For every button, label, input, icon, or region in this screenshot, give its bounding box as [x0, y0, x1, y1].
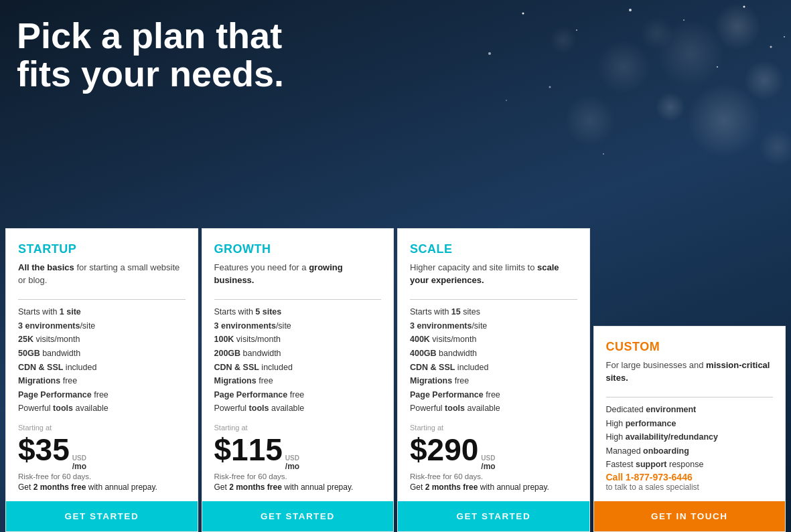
scale-starting-at: Starting at	[410, 424, 443, 432]
scale-feat-5: CDN & SSL included	[410, 361, 577, 375]
scale-feat-1: Starts with 15 sites	[410, 305, 577, 319]
growth-price-amount: $115	[214, 434, 283, 465]
scale-plan-card: SCALE Higher capacity and site limits to…	[397, 228, 590, 532]
custom-feat-2: High performance	[606, 417, 774, 431]
svg-point-7	[759, 128, 791, 166]
scale-tagline: Higher capacity and site limits to scale…	[410, 262, 577, 287]
scale-feat-7: Page Performance free	[410, 388, 577, 402]
scale-feat-8: Powerful tools available	[410, 402, 577, 416]
startup-feat-7: Page Performance free	[18, 388, 186, 402]
custom-call-sub: to talk to a sales specialist	[606, 482, 774, 492]
scale-feat-3: 400K visits/month	[410, 333, 577, 347]
startup-features: Starts with 1 site 3 environments/site 2…	[18, 305, 186, 416]
plans-container: STARTUP All the basics for starting a sm…	[5, 188, 786, 532]
startup-plan-card: STARTUP All the basics for starting a sm…	[5, 228, 198, 532]
growth-feat-8: Powerful tools available	[214, 402, 382, 416]
growth-annual: Get 2 months free with annual prepay.	[214, 482, 382, 492]
startup-feat-5: CDN & SSL included	[18, 361, 186, 375]
svg-point-6	[550, 27, 577, 54]
scale-currency: USD	[481, 455, 495, 462]
growth-per-mo: /mo	[285, 462, 299, 471]
custom-divider	[606, 397, 774, 397]
startup-price-amount: $35	[18, 434, 70, 465]
custom-call-section: Call 1-877-973-6446 to talk to a sales s…	[606, 472, 774, 492]
startup-feat-8: Powerful tools available	[18, 402, 186, 416]
scale-feat-6: Migrations free	[410, 374, 577, 388]
custom-call-number: Call 1-877-973-6446	[606, 472, 774, 482]
svg-point-11	[576, 29, 577, 31]
growth-tagline: Features you need for a growing business…	[214, 262, 382, 287]
svg-point-18	[488, 52, 491, 55]
svg-point-8	[656, 92, 685, 122]
scale-per-mo: /mo	[481, 462, 495, 471]
svg-point-14	[743, 6, 745, 8]
growth-currency: USD	[285, 455, 299, 462]
startup-tagline: All the basics for starting a small webs…	[18, 262, 186, 287]
growth-feat-1: Starts with 5 sites	[214, 305, 382, 319]
growth-feat-2: 3 environments/site	[214, 319, 382, 333]
growth-risk-free: Risk-free for 60 days.	[214, 472, 382, 480]
startup-feat-3: 25K visits/month	[18, 333, 186, 347]
growth-pricing: Starting at $115 USD /mo Risk-free for 6…	[214, 421, 382, 501]
startup-price-super: USD /mo	[72, 455, 86, 471]
startup-plan-name: STARTUP	[18, 242, 186, 256]
svg-point-10	[522, 13, 524, 15]
svg-point-20	[770, 46, 772, 48]
startup-price-row: $35 USD /mo	[18, 434, 186, 471]
startup-pricing: Starting at $35 USD /mo Risk-free for 60…	[18, 421, 186, 501]
svg-point-5	[687, 84, 761, 157]
growth-feat-4: 200GB bandwidth	[214, 347, 382, 361]
custom-tagline: For large businesses and mission-critica…	[606, 359, 774, 385]
svg-point-15	[784, 36, 785, 37]
startup-risk-free: Risk-free for 60 days.	[18, 472, 186, 480]
svg-point-3	[640, 17, 674, 50]
custom-plan-name: CUSTOM	[606, 340, 774, 354]
growth-divider	[214, 299, 382, 300]
growth-feat-6: Migrations free	[214, 374, 382, 388]
custom-plan-card: CUSTOM For large businesses and mission-…	[593, 326, 786, 532]
startup-divider	[18, 299, 186, 300]
scale-pricing: Starting at $290 USD /mo Risk-free for 6…	[410, 421, 577, 501]
startup-starting-at: Starting at	[18, 424, 52, 432]
custom-feat-1: Dedicated environment	[606, 403, 774, 417]
svg-point-16	[549, 86, 551, 88]
scale-cta-button[interactable]: GET STARTED	[398, 501, 589, 531]
background-decoration	[456, 0, 791, 187]
startup-currency: USD	[72, 455, 86, 462]
svg-point-19	[506, 100, 507, 101]
growth-feat-7: Page Performance free	[214, 388, 382, 402]
startup-feat-6: Migrations free	[18, 374, 186, 388]
scale-price-super: USD /mo	[481, 455, 495, 471]
scale-annual: Get 2 months free with annual prepay.	[410, 482, 577, 492]
custom-cta-button[interactable]: GET IN TOUCH	[594, 501, 786, 531]
svg-point-21	[603, 153, 604, 155]
svg-point-9	[565, 95, 616, 146]
growth-plan-name: GROWTH	[214, 242, 382, 256]
growth-cta-button[interactable]: GET STARTED	[202, 501, 394, 531]
startup-feat-4: 50GB bandwidth	[18, 347, 186, 361]
svg-point-12	[629, 9, 632, 11]
svg-point-17	[717, 66, 718, 68]
scale-risk-free: Risk-free for 60 days.	[410, 472, 577, 480]
startup-cta-button[interactable]: GET STARTED	[6, 501, 198, 531]
growth-starting-at: Starting at	[214, 424, 248, 432]
svg-point-0	[714, 3, 761, 50]
growth-feat-5: CDN & SSL included	[214, 361, 382, 375]
custom-feat-4: Managed onboarding	[606, 444, 774, 458]
growth-price-super: USD /mo	[285, 455, 299, 471]
hero-section: Pick a plan that fits your needs.	[17, 17, 325, 92]
startup-annual: Get 2 months free with annual prepay.	[18, 482, 186, 492]
scale-plan-name: SCALE	[410, 242, 577, 256]
growth-features: Starts with 5 sites 3 environments/site …	[214, 305, 382, 416]
scale-feat-4: 400GB bandwidth	[410, 347, 577, 361]
startup-feat-1: Starts with 1 site	[18, 305, 186, 319]
startup-feat-2: 3 environments/site	[18, 319, 186, 333]
svg-point-13	[683, 19, 685, 21]
custom-feat-3: High availability/redundancy	[606, 430, 774, 444]
growth-feat-3: 100K visits/month	[214, 333, 382, 347]
svg-point-2	[744, 60, 784, 100]
growth-plan-card: GROWTH Features you need for a growing b…	[202, 228, 394, 532]
growth-price-row: $115 USD /mo	[214, 434, 382, 471]
scale-divider	[410, 299, 577, 300]
custom-feat-5: Fastest support response	[606, 458, 774, 472]
